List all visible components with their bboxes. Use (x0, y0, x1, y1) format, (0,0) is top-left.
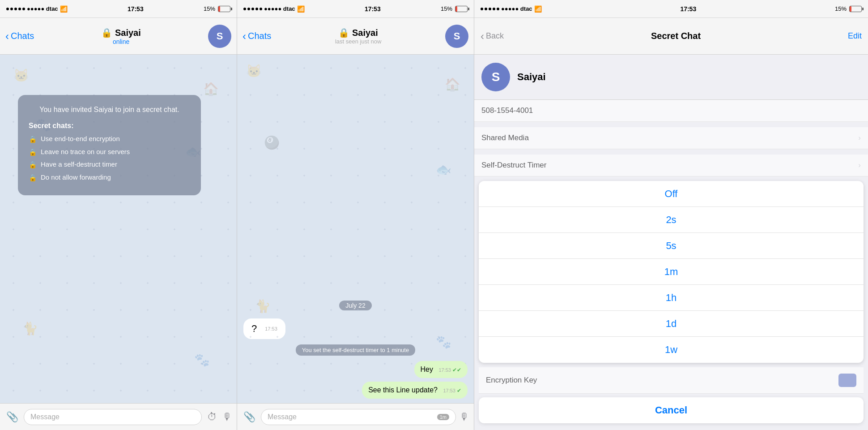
lock-icon-1: 🔒 (29, 135, 37, 144)
picker-1m-label: 1m (664, 266, 678, 278)
back-button-3[interactable]: ‹ Back (481, 30, 504, 43)
dot3-1 (481, 8, 483, 10)
msg-row-question: ? 17:53 (243, 318, 468, 339)
picker-1h-label: 1h (666, 292, 677, 304)
feature-3: 🔒 Have a self-destruct timer (29, 160, 190, 169)
mic-icon-1[interactable]: 🎙 (222, 411, 232, 423)
picker-1d[interactable]: 1d (479, 311, 864, 337)
encryption-key-thumb (838, 374, 856, 387)
contact-info-row: S Saiyai (474, 55, 868, 100)
msg-text-line: See this Line update? (368, 386, 438, 394)
picker-1h[interactable]: 1h (479, 285, 864, 311)
picker-1m[interactable]: 1m (479, 259, 864, 285)
feature-text-2: Leave no trace on our servers (41, 147, 130, 156)
dot2-5 (260, 8, 262, 10)
dot3-2 (485, 8, 487, 10)
feature-text-1: Use end-to-end encryption (41, 134, 120, 143)
message-field-1[interactable]: Message (24, 409, 202, 425)
panel-secret-chat-info: ●●●●● dtac 📶 17:53 15% ‹ Back Secret Cha… (474, 0, 868, 430)
deco2-3: 🎱 (264, 135, 280, 150)
avatar-2[interactable]: S (445, 25, 468, 48)
chevron-left-2: ‹ (243, 30, 246, 43)
deco-1: 🐱 (13, 68, 29, 83)
message-field-2[interactable]: Message 1m (261, 409, 456, 425)
msg-time-hey: 17:53 ✔✔ (438, 367, 461, 373)
nav-bar-1: ‹ Chats 🔒 Saiyai online S (0, 18, 237, 55)
attachment-icon-2[interactable]: 📎 (242, 409, 257, 425)
shared-media-chevron: › (858, 133, 861, 142)
picker-2s[interactable]: 2s (479, 207, 864, 233)
dot3-3 (489, 8, 491, 10)
question-mark: ? (251, 323, 257, 335)
battery-fill-1 (218, 6, 220, 12)
dot5 (22, 8, 25, 10)
secret-info-box: You have invited Saiyai to join a secret… (18, 95, 201, 195)
picker-5s[interactable]: 5s (479, 233, 864, 259)
status-bar-3: ●●●●● dtac 📶 17:53 15% (474, 0, 868, 18)
shared-media-row[interactable]: Shared Media › (474, 127, 868, 149)
attachment-icon-1[interactable]: 📎 (4, 409, 20, 425)
phone-row: 508-1554-4001 (474, 100, 868, 122)
feature-text-4: Do not allow forwarding (41, 173, 111, 182)
mic-icon-2[interactable]: 🎙 (460, 411, 469, 423)
dot4 (18, 8, 21, 10)
picker-1w[interactable]: 1w (479, 337, 864, 363)
msg-bubble-hey: Hey 17:53 ✔✔ (414, 361, 468, 378)
back-button-1[interactable]: ‹ Chats (5, 30, 34, 43)
deco2-1: 🐱 (246, 64, 262, 78)
dot2-1 (243, 8, 246, 10)
lock-icon-3: 🔒 (29, 160, 37, 169)
system-msg: You set the self-destruct timer to 1 min… (296, 344, 415, 356)
timer-icon-1[interactable]: ⏱ (205, 409, 219, 425)
system-msg-row: You set the self-destruct timer to 1 min… (243, 343, 468, 357)
cancel-label: Cancel (655, 404, 687, 416)
wifi-icon-1: 📶 (60, 5, 68, 13)
self-destruct-chevron: › (858, 161, 861, 170)
message-placeholder-1: Message (30, 413, 60, 421)
dot2-4 (255, 8, 258, 10)
edit-button[interactable]: Edit (848, 31, 862, 41)
chat-bg-1: 🐱 🏠 🐾 🐟 🐈 🐾 You have invited Saiyai to j… (0, 55, 237, 403)
timer-badge: 1m (437, 414, 449, 420)
picker-1d-label: 1d (666, 318, 677, 330)
lock-icon-4: 🔒 (29, 173, 37, 182)
check-hey: ✔✔ (452, 367, 461, 373)
section-gap-2 (474, 149, 868, 155)
chat-title-1: 🔒 Saiyai (101, 27, 140, 38)
cancel-bar: Cancel (479, 397, 864, 423)
contact-avatar[interactable]: S (481, 63, 510, 91)
signal-1 (6, 8, 25, 10)
encryption-key-label: Encryption Key (486, 376, 537, 385)
deco2-5: 🐈 (255, 299, 271, 314)
time-1: 17:53 (128, 5, 144, 13)
date-divider: July 22 (243, 301, 468, 310)
picker-5s-label: 5s (666, 240, 676, 252)
avatar-letter-1: S (217, 30, 223, 42)
back-button-2[interactable]: ‹ Chats (243, 30, 271, 43)
invite-text: You have invited Saiyai to join a secret… (29, 105, 190, 115)
chevron-left-1: ‹ (5, 30, 9, 43)
nav-title-1: 🔒 Saiyai online (101, 27, 140, 45)
chat-subtitle-1: online (113, 38, 129, 45)
self-destruct-row[interactable]: Self-Destruct Timer › (474, 155, 868, 176)
picker-off[interactable]: Off (479, 181, 864, 207)
deco2-6: 🐾 (436, 335, 451, 349)
battery-icon-2 (455, 6, 468, 12)
cancel-button[interactable]: Cancel (479, 397, 864, 423)
feature-1: 🔒 Use end-to-end encryption (29, 134, 190, 144)
carrier-name-2: ●●●●● dtac (264, 5, 295, 12)
wifi-icon-2: 📶 (297, 5, 305, 13)
question-bubble: ? 17:53 (243, 318, 285, 339)
dot2-2 (247, 8, 250, 10)
picker-2s-label: 2s (666, 214, 676, 226)
encryption-key-row[interactable]: Encryption Key (479, 367, 864, 394)
deco-6: 🐾 (194, 353, 210, 367)
battery-area-2: 15% (441, 5, 468, 12)
deco2-2: 🏠 (445, 77, 460, 92)
chat-bg-2: 🐱 🏠 🎱 🐟 🐈 🐾 July 22 ? 17:53 You set the … (237, 55, 474, 403)
secret-chat-title: Secret Chat (651, 31, 701, 41)
dot3-4 (493, 8, 495, 10)
check-line: ✔ (457, 387, 461, 394)
avatar-1[interactable]: S (208, 25, 231, 48)
messages-spacer (243, 59, 468, 292)
